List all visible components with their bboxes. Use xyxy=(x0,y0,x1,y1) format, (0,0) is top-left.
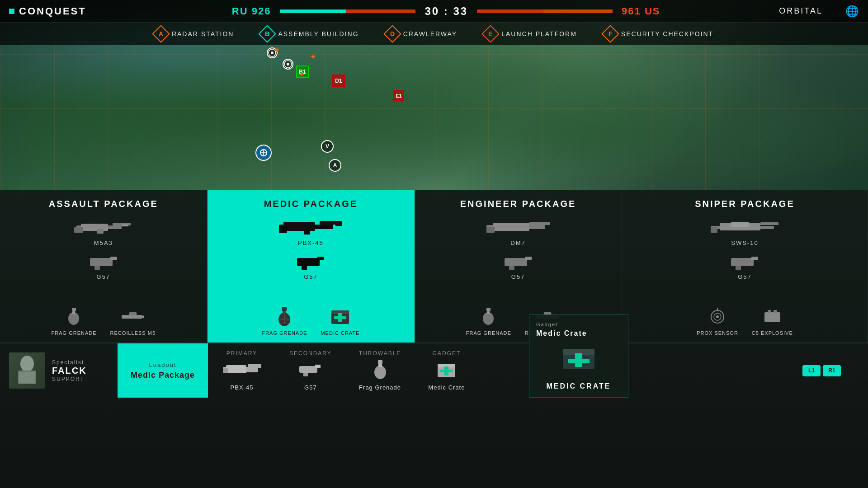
svg-rect-46 xyxy=(509,266,514,270)
capture-point-v: V xyxy=(321,140,334,153)
objectives-bar: A RADAR STATION B ASSEMBLY BUILDING D CR… xyxy=(0,23,868,45)
assault-gadgets: FRAG GRENADE RECOILLESS M5 xyxy=(52,305,156,338)
engineer-secondary-name: G57 xyxy=(511,273,525,280)
lb-button[interactable]: L1 xyxy=(802,365,821,376)
rb-button[interactable]: R1 xyxy=(823,365,841,376)
secondary-slot: SECONDARY G57 xyxy=(289,350,332,391)
mode-label: CONQUEST xyxy=(0,5,127,17)
sniper-package[interactable]: SNIPER PACKAGE SWS-10 xyxy=(622,190,868,343)
secondary-weapon-name: G57 xyxy=(304,384,317,391)
objective-badge-a: A xyxy=(152,25,170,43)
secondary-label: SECONDARY xyxy=(289,350,332,357)
svg-rect-26 xyxy=(304,230,310,235)
objective-e[interactable]: E LAUNCH PLATFORM xyxy=(484,28,577,40)
objective-badge-d: D xyxy=(383,25,401,43)
svg-rect-27 xyxy=(335,224,342,226)
throwable-name: Frag Grenade xyxy=(359,384,401,391)
assault-primary-icon xyxy=(72,216,135,239)
svg-rect-44 xyxy=(505,258,527,266)
svg-rect-25 xyxy=(279,226,287,233)
score-bar: RU 926 30 : 33 961 US xyxy=(127,5,765,18)
engineer-gadget1: FRAG GRENADE xyxy=(466,305,511,336)
medic-secondary-name: G57 xyxy=(304,273,318,280)
primary-label: Primary xyxy=(226,350,257,357)
player-marker xyxy=(255,145,272,161)
svg-rect-84 xyxy=(440,370,453,372)
objective-f[interactable]: F SECURITY CHECKPOINT xyxy=(604,28,713,40)
svg-rect-60 xyxy=(736,266,741,270)
svg-rect-75 xyxy=(299,366,317,373)
svg-rect-8 xyxy=(81,224,108,231)
svg-point-2 xyxy=(284,61,292,68)
frag-grenade-icon xyxy=(63,305,85,328)
engineer-gadget1-name: FRAG GRENADE xyxy=(466,330,511,336)
sniper-secondary-name: G57 xyxy=(738,273,752,280)
sniper-gadget1-name: PROX SENSOR xyxy=(697,330,738,336)
assault-package-title: ASSAULT PACKAGE xyxy=(49,199,158,209)
svg-rect-12 xyxy=(122,225,128,226)
svg-rect-30 xyxy=(302,266,307,270)
svg-rect-28 xyxy=(297,258,320,266)
sniper-package-title: SNIPER PACKAGE xyxy=(695,199,795,209)
svg-rect-29 xyxy=(317,257,324,260)
tooltip-image xyxy=(536,342,621,378)
specialist-avatar xyxy=(9,352,45,389)
svg-rect-72 xyxy=(226,365,246,373)
svg-rect-19 xyxy=(122,314,142,318)
medic-primary-row: PBX-45 xyxy=(214,216,408,246)
gadget-item-name: Medic Crate xyxy=(428,384,465,391)
objective-d[interactable]: D CRAWLERWAY xyxy=(386,28,458,40)
svg-rect-14 xyxy=(110,257,117,260)
svg-rect-20 xyxy=(129,312,137,315)
throwable-label: Throwable xyxy=(359,350,401,357)
svg-point-0 xyxy=(269,49,276,56)
top-bar: CONQUEST RU 926 30 : 33 961 US ORBITAL 🌐 xyxy=(0,0,868,23)
objective-label-f: SECURITY CHECKPOINT xyxy=(621,30,713,38)
specialist-name: FALCK xyxy=(52,366,87,376)
objective-a[interactable]: A RADAR STATION xyxy=(155,28,234,40)
svg-rect-58 xyxy=(731,258,754,266)
match-timer: 30 : 33 xyxy=(425,5,468,18)
us-progress-fill xyxy=(543,9,613,13)
squad-marker-3: ✦ xyxy=(298,70,304,79)
sniper-primary-name: SWS-10 xyxy=(731,239,758,246)
svg-rect-57 xyxy=(731,222,749,227)
svg-rect-49 xyxy=(487,311,490,314)
svg-rect-16 xyxy=(72,308,76,311)
svg-rect-23 xyxy=(283,222,315,231)
packages-row: ASSAULT PACKAGE M5A3 xyxy=(0,190,868,343)
gadget-item-icon xyxy=(436,360,457,380)
gadget-tooltip: Gadget Medic Crate MEDIC CRATE xyxy=(529,314,628,398)
medic-package[interactable]: MEDIC PACKAGE PBX-45 xyxy=(208,190,415,343)
svg-rect-73 xyxy=(248,364,261,368)
loadout-value: Medic Package xyxy=(131,371,195,380)
medic-gadget2-name: MEDIC CRATE xyxy=(321,330,359,336)
gadget-slot: Gadget Medic Crate xyxy=(428,350,465,391)
svg-rect-70 xyxy=(19,372,35,383)
specialist-info: Specialist FALCK SUPPORT xyxy=(0,352,118,389)
svg-point-17 xyxy=(68,312,79,325)
capture-point-b: B1 xyxy=(296,66,309,78)
svg-rect-13 xyxy=(90,258,113,266)
specialist-role-label: Specialist xyxy=(52,359,87,366)
capture-point-a: A xyxy=(329,159,341,172)
assault-primary-name: M5A3 xyxy=(94,239,113,246)
tooltip-subtitle: MEDIC CRATE xyxy=(536,382,621,390)
game-mode: CONQUEST xyxy=(19,5,86,17)
throwable-icon xyxy=(371,360,389,380)
assault-gadget2: RECOILLESS M5 xyxy=(110,305,156,336)
map-marker-1 xyxy=(267,47,278,58)
engineer-primary-row: DM7 xyxy=(421,216,615,246)
medic-crate-icon xyxy=(329,305,351,328)
objective-b[interactable]: B ASSEMBLY BUILDING xyxy=(261,28,359,40)
score-progress-fill xyxy=(280,9,346,13)
assault-package[interactable]: ASSAULT PACKAGE M5A3 xyxy=(0,190,208,343)
assault-secondary-name: G57 xyxy=(97,273,111,280)
svg-rect-67 xyxy=(774,310,777,313)
lb-rb-buttons: L1 R1 xyxy=(802,365,854,376)
loadout-section[interactable]: Loadout Medic Package xyxy=(118,343,208,398)
loadout-label: Loadout xyxy=(149,361,177,368)
specialist-text: Specialist FALCK SUPPORT xyxy=(52,359,87,382)
primary-weapon-icon xyxy=(222,360,262,380)
svg-rect-65 xyxy=(764,312,780,322)
